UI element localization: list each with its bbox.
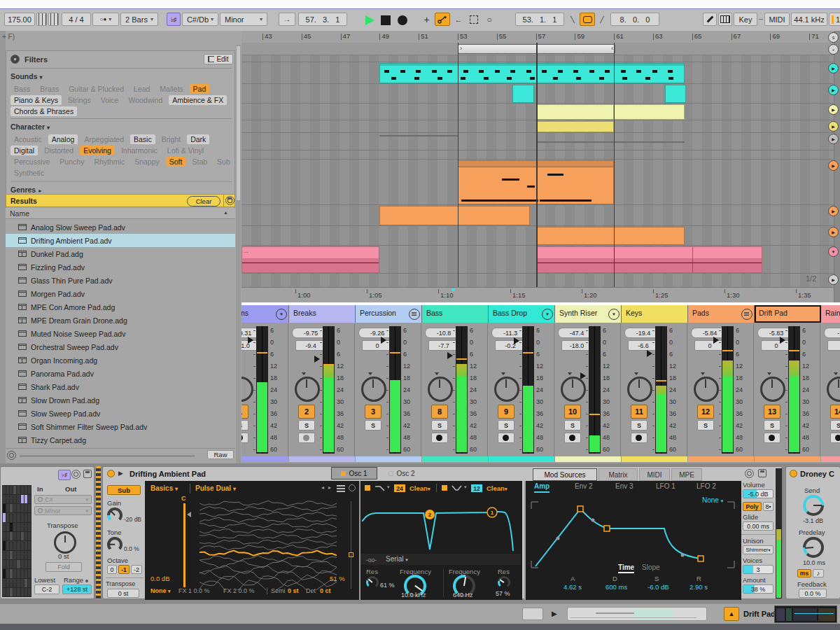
scale-grid-cell[interactable] — [17, 569, 20, 578]
metronome-button[interactable]: ○●▾ — [92, 13, 119, 26]
wavetable-prev-icon[interactable]: ◂ — [321, 484, 324, 491]
automation-arm-button[interactable] — [435, 13, 450, 26]
scale-grid-cell[interactable] — [28, 569, 31, 578]
browser-item-soft-shimmer-filter-sweep-pad-adv[interactable]: Soft Shimmer Filter Sweep Pad.adv — [6, 420, 235, 433]
filter-tag-voice[interactable]: Voice — [97, 95, 122, 105]
filter-tag-analog[interactable]: Analog — [48, 134, 78, 144]
mod-tab-mpe[interactable]: MPE — [671, 468, 702, 481]
scale-grid-cell[interactable] — [10, 486, 13, 494]
arm-button[interactable] — [241, 433, 248, 443]
time-ruler[interactable]: 1:001:051:101:151:201:251:301:35 — [241, 287, 834, 302]
track-fold-icon[interactable]: ▼ — [542, 309, 553, 320]
scale-root-select[interactable]: C#▾ — [34, 495, 92, 504]
res1-value[interactable]: 61 % — [380, 582, 395, 589]
solo-button[interactable]: S — [564, 420, 581, 430]
capture-midi-button[interactable] — [467, 13, 481, 26]
arm-button[interactable] — [498, 433, 514, 443]
octave-minus2-button[interactable]: -2 — [131, 565, 142, 574]
filter-tag-rhythmic[interactable]: Rhythmic — [90, 157, 128, 167]
octave-0-button[interactable]: 0 — [107, 565, 117, 574]
clear-filters-button[interactable]: Clear — [187, 196, 220, 206]
scale-grid-cell[interactable] — [24, 495, 27, 503]
scale-grid-cell[interactable] — [21, 513, 24, 522]
solo-button[interactable]: S — [298, 420, 315, 430]
device-expand-icon[interactable]: ▶ — [118, 470, 123, 477]
fx2-value[interactable]: FX 2 0.0 % — [223, 587, 255, 594]
glide-value[interactable]: 0.00 ms — [743, 522, 774, 531]
scale-grid-cell[interactable] — [13, 504, 16, 512]
browser-item-shark-pad-adv[interactable]: Shark Pad.adv — [6, 380, 235, 393]
scale-grid-cell[interactable] — [17, 486, 20, 494]
save-filter-icon[interactable] — [225, 196, 234, 205]
scale-grid-cell[interactable] — [3, 532, 6, 540]
wavetable-category-menu[interactable]: Basics ▾ — [150, 484, 178, 492]
wavetable-name-menu[interactable]: Pulse Dual ▾ — [195, 484, 236, 492]
solo-button[interactable]: S — [431, 420, 448, 430]
filter2-on-button[interactable] — [442, 485, 447, 491]
wt-position-handle[interactable] — [349, 552, 354, 557]
add-locator-button[interactable]: + — [420, 13, 433, 26]
filter-tag-snappy[interactable]: Snappy — [131, 157, 163, 167]
filter1-slope-badge[interactable]: 24 — [394, 484, 405, 492]
range-value[interactable]: +128 st — [62, 584, 92, 594]
scale-grid-cell[interactable] — [28, 560, 31, 568]
track-activator-button[interactable]: 12 — [697, 405, 714, 419]
volume-fader-handle[interactable] — [780, 337, 785, 344]
track-lane-pad2-lane[interactable] — [241, 204, 834, 225]
routing-menu[interactable]: Serial ▾ — [386, 555, 408, 563]
env-tab-env-3[interactable]: Env 3 — [615, 482, 634, 490]
volume-value[interactable]: 0 — [827, 340, 840, 351]
track-header-percussion[interactable]: Percussion — [356, 305, 422, 323]
record-button[interactable] — [398, 15, 407, 25]
scale-grid-cell[interactable] — [21, 541, 24, 550]
scale-grid-cell[interactable] — [24, 486, 27, 494]
volume-fader-handle[interactable] — [381, 337, 386, 344]
env-tab-env-2[interactable]: Env 2 — [575, 482, 593, 490]
preview-icon[interactable] — [7, 451, 16, 460]
solo-button[interactable]: S — [830, 420, 840, 430]
volume-fader-handle[interactable] — [447, 352, 453, 359]
name-column-header[interactable]: Name ▲ — [6, 208, 235, 219]
filter-tag-lead[interactable]: Lead — [130, 84, 153, 94]
volume-slider[interactable]: -5.0 dB — [743, 489, 774, 498]
track-header-keys[interactable]: Keys — [622, 305, 688, 323]
scale-grid-cell[interactable] — [3, 569, 6, 578]
filter-tag-sub[interactable]: Sub — [214, 157, 234, 167]
scale-grid-cell[interactable] — [21, 532, 24, 540]
scale-grid-cell[interactable] — [28, 532, 31, 540]
voices-slider[interactable]: 3 — [743, 565, 774, 574]
transpose-knob[interactable] — [54, 531, 76, 554]
scale-grid-cell[interactable] — [28, 504, 31, 512]
scale-grid-cell[interactable] — [21, 523, 24, 531]
lane-fold-button-8[interactable]: ▶ — [828, 206, 839, 216]
scale-grid-cell[interactable] — [6, 532, 9, 540]
browser-item-fizzling-pad-adv[interactable]: Fizzling Pad.adv — [6, 260, 235, 274]
env-tab-lfo-2[interactable]: LFO 2 — [696, 482, 716, 490]
filter1-type-chevron[interactable]: ▾ — [387, 484, 390, 490]
character-section-header[interactable]: Character ▾ — [10, 122, 50, 131]
lane-fold-button-7[interactable]: ▶ — [828, 160, 839, 171]
clip-pink[interactable] — [536, 246, 763, 273]
track-lane-pad3-lane[interactable] — [241, 225, 834, 245]
sounds-section-header[interactable]: Sounds ▾ — [10, 72, 42, 80]
scale-grid-cell[interactable] — [3, 560, 6, 568]
collapsed-device-rail[interactable] — [96, 466, 101, 599]
osc-gain-value[interactable]: 0.0 dB — [150, 575, 169, 582]
scale-grid-cell[interactable] — [13, 541, 16, 550]
browser-scrollbar[interactable] — [236, 45, 241, 463]
clip-overview[interactable] — [567, 607, 707, 621]
filter-curve[interactable]: 2 1 — [362, 493, 522, 552]
stop-button[interactable] — [381, 15, 391, 25]
volume-fader-handle[interactable] — [647, 350, 652, 357]
key-map-button[interactable]: Key — [734, 13, 757, 26]
scale-grid-cell[interactable] — [28, 551, 31, 559]
track-activator-button[interactable]: 10 — [564, 405, 581, 419]
scale-grid-cell[interactable] — [10, 504, 13, 512]
scale-grid-cell[interactable] — [21, 569, 24, 578]
time-tab[interactable]: Time — [618, 564, 634, 573]
poly-button[interactable]: Poly — [743, 502, 762, 511]
play-button[interactable] — [365, 15, 374, 25]
filter-tag-percussive[interactable]: Percussive — [10, 157, 53, 167]
browser-item-analog-slow-sweep-pad-adv[interactable]: Analog Slow Sweep Pad.adv — [6, 220, 235, 234]
scale-grid-cell[interactable] — [10, 541, 13, 550]
